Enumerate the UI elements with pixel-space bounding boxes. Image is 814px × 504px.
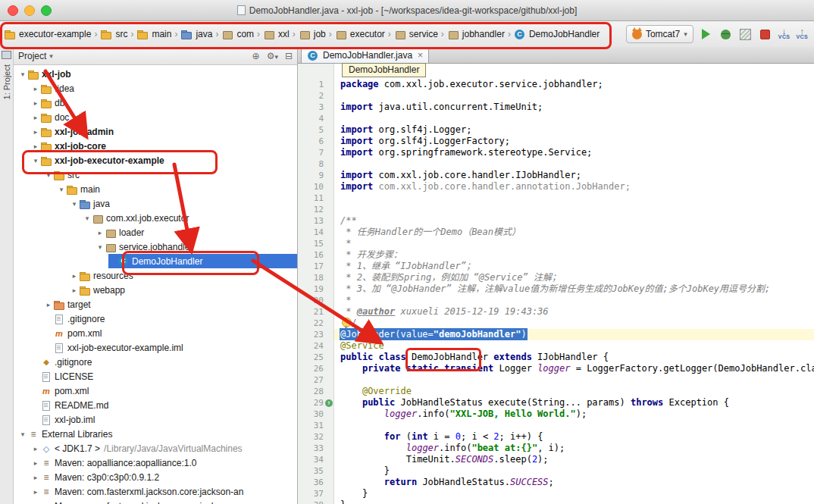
- close-window-button[interactable]: [8, 5, 18, 16]
- expand-arrow-icon[interactable]: ▸: [31, 459, 40, 467]
- expand-arrow-icon[interactable]: ▸: [31, 99, 40, 107]
- tree-item-target[interactable]: ▸target: [14, 297, 297, 311]
- tree-item-maven-com-fasterxml-jackson-core-jackson-an[interactable]: ▸≡Maven: com.fasterxml.jackson.core:jack…: [14, 484, 297, 499]
- expand-arrow-icon[interactable]: ▸: [31, 128, 40, 136]
- line-number[interactable]: 2: [298, 90, 324, 102]
- code-line-23[interactable]: 23@JobHander(value="demoJobHandler"): [298, 329, 814, 340]
- expand-arrow-icon[interactable]: ▸: [31, 474, 40, 481]
- tree-item-xxl-job-core[interactable]: ▸xxl-job-core: [14, 139, 297, 153]
- tree-item-idea[interactable]: ▸.idea: [14, 81, 297, 95]
- code-line-35[interactable]: 35 }: [298, 465, 814, 477]
- line-number[interactable]: 38: [298, 499, 324, 504]
- code-line-36[interactable]: 36 return JobHandleStatus.SUCCESS;: [298, 477, 814, 488]
- tree-item-loader[interactable]: ▸loader: [14, 225, 297, 239]
- breadcrumb-item-java[interactable]: java: [178, 27, 214, 41]
- breadcrumb-item-executor-example[interactable]: executor-example: [2, 27, 93, 41]
- tree-item-pom-xml[interactable]: mpom.xml: [14, 383, 297, 398]
- tree-item-gitignore[interactable]: .gitignore: [14, 311, 297, 326]
- breadcrumb-item-xxl[interactable]: xxl: [261, 27, 292, 41]
- line-number[interactable]: 10: [298, 181, 324, 193]
- line-number[interactable]: 8: [298, 158, 324, 170]
- line-number[interactable]: 32: [298, 431, 324, 443]
- tree-item-license[interactable]: LICENSE: [14, 369, 297, 383]
- run-button[interactable]: [700, 27, 713, 41]
- tree-item-demojobhandler[interactable]: CDemoJobHandler: [14, 254, 297, 268]
- tree-item-db[interactable]: ▸db: [14, 95, 297, 110]
- tree-item-external-libraries[interactable]: ▾≡External Libraries: [14, 427, 297, 441]
- line-number[interactable]: 36: [298, 477, 324, 488]
- tree-item-doc[interactable]: ▸doc: [14, 110, 297, 124]
- line-number[interactable]: 15: [298, 238, 324, 249]
- tree-item-java[interactable]: ▾java: [14, 196, 297, 211]
- tree-item-readme-md[interactable]: README.md: [14, 398, 297, 412]
- collapse-all-icon[interactable]: ⊟: [285, 51, 293, 61]
- breadcrumb-item-service[interactable]: service: [392, 27, 440, 41]
- line-number[interactable]: 11: [298, 193, 324, 204]
- tree-item-maven-c3p0-c3p0-0-9-1-2[interactable]: ▸≡Maven: c3p0:c3p0:0.9.1.2: [14, 470, 297, 484]
- tree-item-webapp[interactable]: ▸webapp: [14, 283, 297, 297]
- code-line-3[interactable]: 3import java.util.concurrent.TimeUnit;: [298, 102, 814, 113]
- line-number[interactable]: 18: [298, 272, 324, 283]
- code-line-26[interactable]: 26 private static transient Logger logge…: [298, 363, 814, 374]
- line-number[interactable]: 1: [298, 79, 324, 90]
- debug-button[interactable]: [719, 27, 733, 41]
- code-line-31[interactable]: 31: [298, 420, 814, 431]
- vcs-commit-button[interactable]: ↑ VCS: [796, 28, 808, 40]
- expand-arrow-icon[interactable]: ▸: [70, 286, 79, 294]
- code-line-15[interactable]: 15 *: [298, 238, 814, 249]
- expand-arrow-icon[interactable]: ▸: [31, 85, 40, 92]
- coverage-button[interactable]: [739, 27, 753, 41]
- code-line-8[interactable]: 8: [298, 158, 814, 170]
- tree-item-maven-aopalliance-aopalliance-1-0[interactable]: ▸≡Maven: aopalliance:aopalliance:1.0: [14, 455, 297, 470]
- zoom-window-button[interactable]: [41, 5, 52, 16]
- code-line-27[interactable]: 27: [298, 374, 814, 386]
- expand-arrow-icon[interactable]: ▾: [70, 200, 79, 208]
- line-number[interactable]: 35: [298, 465, 324, 477]
- tree-item-jdk1-7[interactable]: ▸◇< JDK1.7 >/Library/Java/JavaVirtualMac…: [14, 441, 297, 455]
- code-line-10[interactable]: 10import com.xxl.job.core.handler.annota…: [298, 181, 814, 193]
- line-number[interactable]: 4: [298, 113, 324, 124]
- code-line-32[interactable]: 32 for (int i = 0; i < 2; i++) {: [298, 431, 814, 443]
- expand-arrow-icon[interactable]: ▸: [95, 229, 105, 236]
- line-number[interactable]: 13: [298, 215, 324, 227]
- line-number[interactable]: 17: [298, 261, 324, 272]
- expand-arrow-icon[interactable]: ▸: [31, 142, 40, 150]
- line-number[interactable]: 37: [298, 488, 324, 499]
- tree-item-main[interactable]: ▾main: [14, 182, 297, 196]
- line-number[interactable]: 20: [298, 295, 324, 306]
- run-config-select[interactable]: Tomcat7 ▾: [626, 25, 693, 43]
- code-line-21[interactable]: 21 * @author xuxueli 2015-12-19 19:43:36: [298, 306, 814, 318]
- tree-item-service-jobhandler[interactable]: ▾service.jobhandler: [14, 239, 297, 254]
- line-number[interactable]: 33: [298, 443, 324, 454]
- expand-arrow-icon[interactable]: ▾: [57, 186, 66, 193]
- code-line-9[interactable]: 9import com.xxl.job.core.handler.IJobHan…: [298, 170, 814, 181]
- line-number[interactable]: 22: [298, 318, 324, 329]
- code-line-4[interactable]: 4: [298, 113, 814, 124]
- code-line-12[interactable]: 12: [298, 204, 814, 215]
- line-number[interactable]: 5: [298, 124, 324, 136]
- breadcrumb-item-src[interactable]: src: [98, 27, 130, 41]
- breadcrumb-item-jobhandler[interactable]: jobhandler: [445, 27, 507, 41]
- breadcrumb-item-demojobhandler[interactable]: CDemoJobHandler: [512, 27, 602, 41]
- tree-item-xxl-job-admin[interactable]: ▸xxl-job-admin: [14, 124, 297, 139]
- line-number[interactable]: 3: [298, 102, 324, 113]
- code-line-2[interactable]: 2: [298, 90, 814, 102]
- code-line-29[interactable]: 29↑ public JobHandleStatus execute(Strin…: [298, 397, 814, 409]
- line-number[interactable]: 30: [298, 409, 324, 420]
- code-line-30[interactable]: 30 logger.info("XXL-JOB, Hello World.");: [298, 409, 814, 420]
- code-line-28[interactable]: 28 @Override: [298, 386, 814, 397]
- line-number[interactable]: 29: [298, 397, 324, 409]
- breadcrumb-item-com[interactable]: com: [219, 27, 256, 41]
- line-number[interactable]: 7: [298, 147, 324, 158]
- code-line-34[interactable]: 34 TimeUnit.SECONDS.sleep(2);: [298, 454, 814, 465]
- code-line-25[interactable]: 25public class DemoJobHandler extends IJ…: [298, 352, 814, 363]
- project-view-selector[interactable]: Project ▾: [18, 51, 53, 61]
- code-line-38[interactable]: 38}: [298, 499, 814, 504]
- stop-button[interactable]: [759, 27, 772, 41]
- tree-item-com-xxl-job-executor[interactable]: ▾com.xxl.job.executor: [14, 211, 297, 225]
- line-number[interactable]: 14: [298, 227, 324, 238]
- line-number[interactable]: 25: [298, 352, 324, 363]
- expand-arrow-icon[interactable]: ▾: [18, 430, 27, 438]
- tree-item-src[interactable]: ▾src: [14, 167, 297, 182]
- expand-arrow-icon[interactable]: ▾: [95, 243, 105, 251]
